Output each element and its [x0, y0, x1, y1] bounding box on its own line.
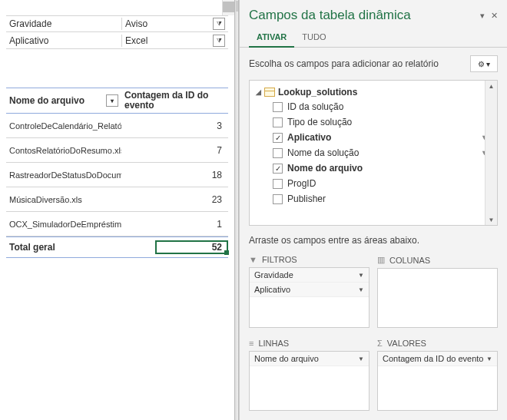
pivot-table: Nome do arquivo ▾ Contagem da ID do even…	[0, 88, 234, 258]
table-row[interactable]: ControleDeCalendário_Relatório.xls 3	[6, 114, 228, 138]
rows-icon: ≡	[249, 339, 254, 348]
checkbox-icon[interactable]	[273, 102, 283, 112]
area-item[interactable]: Aplicativo ▼	[250, 283, 369, 297]
fields-scrollbar[interactable]: ▲ ▼	[485, 81, 497, 225]
pivot-field-list-pane: Campos da tabela dinâmica ▾ ✕ ATIVAR TUD…	[239, 0, 507, 420]
filter-value-cell[interactable]: Excel ⧩	[121, 35, 228, 47]
area-header: ▼ FILTROS	[249, 252, 369, 267]
chevron-down-icon[interactable]: ▼	[358, 286, 364, 293]
total-value: 52	[212, 242, 222, 253]
collapse-icon[interactable]: ◢	[256, 88, 261, 96]
field-item[interactable]: Nome da solução ▼	[253, 145, 494, 160]
area-label: COLUNAS	[389, 256, 430, 265]
row-name: OCX_SimuladorDeEmpréstimo.xls	[6, 220, 121, 229]
report-filter-area: Gravidade Aviso ⧩ Aplicativo Excel ⧩	[0, 0, 234, 49]
values-drop-zone[interactable]: Contagem da ID do evento ▼	[377, 351, 498, 411]
checkbox-icon[interactable]: ✓	[273, 164, 283, 174]
field-item[interactable]: ✓ Aplicativo ▼	[253, 130, 494, 145]
area-label: VALORES	[387, 339, 426, 348]
row-header-cell[interactable]: Nome do arquivo ▾	[6, 88, 121, 113]
columns-icon: ▥	[377, 255, 385, 265]
table-row[interactable]: OCX_SimuladorDeEmpréstimo.xls 1	[6, 212, 228, 236]
filter-row: Aplicativo Excel ⧩	[6, 32, 228, 49]
sigma-icon: Σ	[377, 339, 383, 348]
area-item-label: Contagem da ID do evento	[383, 354, 483, 363]
field-label: Nome da solução	[287, 147, 481, 158]
pivot-header-row: Nome do arquivo ▾ Contagem da ID do even…	[6, 88, 228, 114]
drag-areas-prompt: Arraste os campos entre as áreas abaixo.	[240, 226, 507, 252]
funnel-icon: ▼	[249, 255, 257, 264]
area-item[interactable]: Gravidade ▼	[250, 268, 369, 283]
field-item[interactable]: Tipo de solução	[253, 114, 494, 130]
tab-active[interactable]: ATIVAR	[249, 28, 294, 48]
close-icon[interactable]: ✕	[491, 11, 498, 21]
table-row[interactable]: MúsicaDiversão.xls 23	[6, 187, 228, 212]
chevron-down-icon: ▾	[486, 60, 490, 68]
checkbox-icon[interactable]	[273, 194, 283, 204]
field-label: Publisher	[287, 193, 491, 204]
fields-list-box: ◢ Lookup_solutions ID da solução Tipo de…	[249, 80, 498, 226]
row-name: ControleDeCalendário_Relatório.xls	[6, 121, 121, 131]
table-row[interactable]: RastreadorDeStatusDoDocumento.xlsx 18	[6, 163, 228, 187]
rows-drop-zone[interactable]: Nome do arquivo ▼	[249, 351, 369, 411]
field-label: Aplicativo	[287, 132, 481, 143]
field-item[interactable]: ✓ Nome do arquivo	[253, 160, 494, 176]
field-item[interactable]: ID da solução	[253, 99, 494, 114]
dropdown-icon[interactable]: ▾	[480, 11, 485, 21]
pane-splitter[interactable]	[234, 0, 239, 420]
filter-row: Gravidade Aviso ⧩	[6, 15, 228, 32]
row-count: 7	[121, 145, 228, 156]
checkbox-icon[interactable]: ✓	[273, 133, 283, 143]
area-item-label: Aplicativo	[254, 285, 290, 294]
area-header: ≡ LINHAS	[249, 336, 369, 351]
checkbox-icon[interactable]	[273, 117, 283, 127]
filters-drop-zone[interactable]: Gravidade ▼ Aplicativo ▼	[249, 267, 369, 328]
filter-label: Gravidade	[6, 18, 121, 29]
rows-area: ≡ LINHAS Nome do arquivo ▼	[249, 336, 369, 411]
filter-dropdown-button[interactable]: ⧩	[213, 18, 225, 30]
filter-value-cell[interactable]: Aviso ⧩	[121, 18, 228, 30]
row-name: ContosRelatórioDoResumo.xls	[6, 146, 121, 155]
pane-controls: ▾ ✕	[480, 11, 498, 21]
filter-label: Aplicativo	[6, 35, 121, 46]
field-label: ID da solução	[287, 101, 491, 112]
scroll-up-icon[interactable]: ▲	[485, 81, 497, 91]
filter-dropdown-button[interactable]: ⧩	[213, 35, 225, 47]
tools-button[interactable]: ⚙ ▾	[470, 55, 498, 72]
area-label: FILTROS	[262, 255, 297, 264]
checkbox-icon[interactable]	[273, 179, 283, 189]
row-count: 1	[121, 219, 228, 230]
area-item[interactable]: Nome do arquivo ▼	[250, 352, 369, 366]
pane-tabs: ATIVAR TUDO	[240, 28, 507, 48]
total-value-cell[interactable]: 52	[121, 242, 228, 253]
choose-fields-label: Escolha os campos para adicionar ao rela…	[249, 58, 439, 69]
chevron-down-icon[interactable]: ▼	[358, 356, 364, 362]
row-name: RastreadorDeStatusDoDocumento.xlsx	[6, 170, 121, 180]
area-item[interactable]: Contagem da ID do evento ▼	[378, 352, 497, 366]
area-header: Σ VALORES	[377, 336, 498, 351]
chevron-down-icon[interactable]: ▼	[486, 356, 492, 362]
row-header-label: Nome do arquivo	[9, 95, 84, 106]
field-item[interactable]: ProgID	[253, 176, 494, 191]
vertical-scrollbar[interactable]	[222, 0, 234, 15]
row-count: 18	[121, 170, 228, 180]
scroll-down-icon[interactable]: ▼	[485, 214, 497, 225]
area-item-label: Gravidade	[254, 270, 293, 279]
table-row[interactable]: ContosRelatórioDoResumo.xls 7	[6, 138, 228, 163]
gear-icon: ⚙	[478, 60, 485, 68]
checkbox-icon[interactable]	[273, 148, 283, 158]
chevron-down-icon[interactable]: ▼	[358, 272, 364, 279]
pivot-worksheet-area: Gravidade Aviso ⧩ Aplicativo Excel ⧩ Nom…	[0, 0, 234, 420]
field-item[interactable]: Publisher	[253, 191, 494, 207]
pivot-total-row: Total geral 52	[6, 236, 228, 258]
drop-areas-grid: ▼ FILTROS Gravidade ▼ Aplicativo ▼ ▥ COL…	[240, 252, 507, 420]
tab-all[interactable]: TUDO	[294, 28, 333, 47]
row-header-dropdown[interactable]: ▾	[106, 94, 118, 107]
area-label: LINHAS	[258, 339, 289, 348]
table-node[interactable]: ◢ Lookup_solutions	[253, 85, 494, 99]
columns-drop-zone[interactable]	[377, 268, 498, 328]
funnel-icon: ⧩	[217, 20, 222, 28]
choose-fields-row: Escolha os campos para adicionar ao rela…	[240, 48, 507, 80]
values-area: Σ VALORES Contagem da ID do evento ▼	[377, 336, 498, 411]
row-count: 3	[121, 121, 228, 131]
